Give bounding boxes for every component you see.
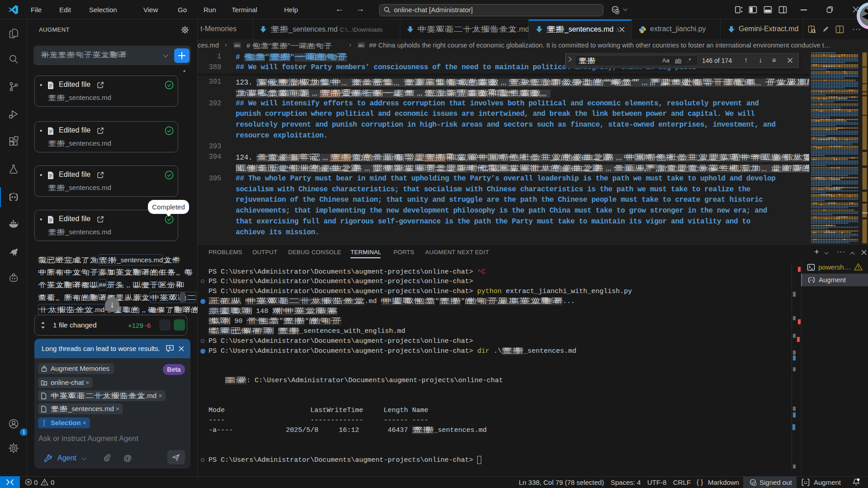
svg-text:abc: abc bbox=[234, 43, 240, 47]
svg-text:abc: abc bbox=[358, 43, 364, 47]
